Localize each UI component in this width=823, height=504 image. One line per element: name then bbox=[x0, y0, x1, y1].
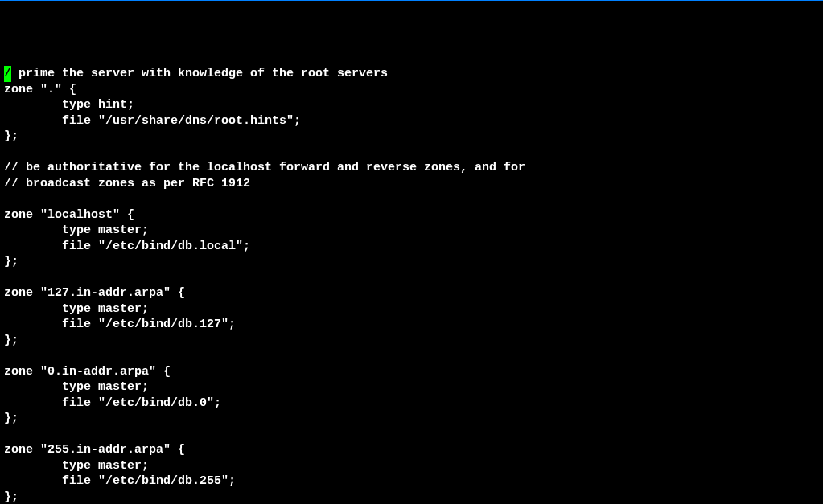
terminal-editor[interactable]: / prime the server with knowledge of the… bbox=[4, 66, 819, 504]
line-10: type master; bbox=[4, 223, 149, 237]
line-9: zone "localhost" { bbox=[4, 208, 134, 222]
line-27: }; bbox=[4, 490, 19, 504]
line-7: // broadcast zones as per RFC 1912 bbox=[4, 177, 250, 191]
line-15: type master; bbox=[4, 302, 149, 316]
line-21: file "/etc/bind/db.0"; bbox=[4, 396, 221, 410]
line-19: zone "0.in-addr.arpa" { bbox=[4, 365, 171, 379]
line-4: }; bbox=[4, 129, 19, 143]
cursor: / bbox=[4, 66, 11, 82]
line-11: file "/etc/bind/db.local"; bbox=[4, 240, 250, 253]
line-14: zone "127.in-addr.arpa" { bbox=[4, 286, 185, 300]
line-12: }; bbox=[4, 255, 19, 268]
line-22: }; bbox=[4, 412, 19, 425]
line-17: }; bbox=[4, 334, 19, 347]
line-16: file "/etc/bind/db.127"; bbox=[4, 318, 236, 331]
line-25: type master; bbox=[4, 459, 149, 473]
line-3: file "/usr/share/dns/root.hints"; bbox=[4, 114, 301, 128]
line-20: type master; bbox=[4, 380, 149, 394]
line-26: file "/etc/bind/db.255"; bbox=[4, 474, 236, 488]
line-6: // be authoritative for the localhost fo… bbox=[4, 161, 525, 174]
line-2: type hint; bbox=[4, 98, 134, 112]
line-0-rest: prime the server with knowledge of the r… bbox=[11, 67, 388, 80]
line-24: zone "255.in-addr.arpa" { bbox=[4, 443, 185, 457]
line-1: zone "." { bbox=[4, 83, 76, 96]
